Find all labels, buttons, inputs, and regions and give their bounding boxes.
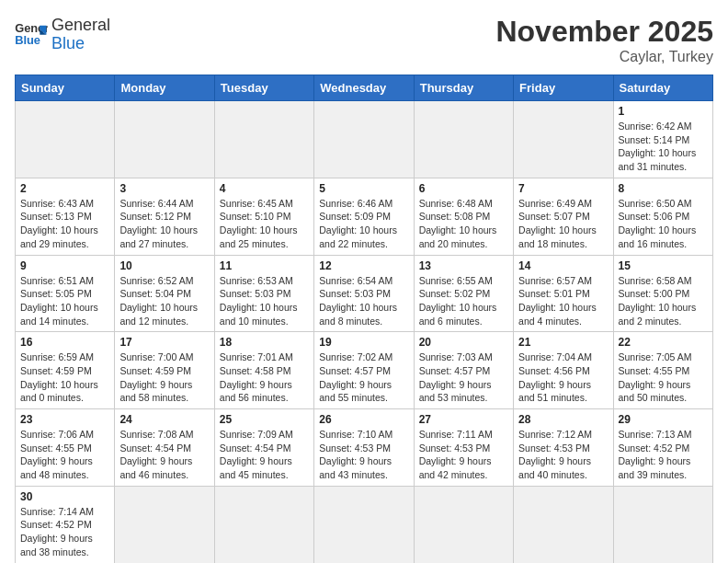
day-info: Sunrise: 7:13 AM Sunset: 4:52 PM Dayligh… — [619, 428, 708, 482]
day-info: Sunrise: 7:10 AM Sunset: 4:53 PM Dayligh… — [319, 428, 408, 482]
table-row — [115, 486, 214, 563]
day-number: 14 — [518, 259, 608, 272]
table-row: 3Sunrise: 6:44 AM Sunset: 5:12 PM Daylig… — [115, 178, 214, 255]
day-info: Sunrise: 7:04 AM Sunset: 4:56 PM Dayligh… — [518, 350, 608, 405]
header-thursday: Thursday — [414, 75, 513, 101]
day-number: 16 — [20, 336, 109, 349]
table-row — [514, 486, 613, 563]
calendar-row: 16Sunrise: 6:59 AM Sunset: 4:59 PM Dayli… — [16, 332, 713, 409]
day-number: 6 — [419, 182, 508, 195]
day-info: Sunrise: 7:03 AM Sunset: 4:57 PM Dayligh… — [419, 350, 508, 405]
table-row: 7Sunrise: 6:49 AM Sunset: 5:07 PM Daylig… — [514, 178, 613, 255]
day-info: Sunrise: 7:05 AM Sunset: 4:55 PM Dayligh… — [619, 350, 708, 405]
day-info: Sunrise: 7:08 AM Sunset: 4:54 PM Dayligh… — [119, 428, 209, 482]
table-row: 23Sunrise: 7:06 AM Sunset: 4:55 PM Dayli… — [16, 409, 115, 487]
header: General Blue General Blue November 2025 … — [15, 15, 713, 65]
day-number: 2 — [20, 182, 109, 195]
table-row: 6Sunrise: 6:48 AM Sunset: 5:08 PM Daylig… — [414, 178, 513, 255]
calendar-row: 30Sunrise: 7:14 AM Sunset: 4:52 PM Dayli… — [16, 486, 713, 563]
day-info: Sunrise: 6:43 AM Sunset: 5:13 PM Dayligh… — [20, 197, 109, 251]
day-info: Sunrise: 7:14 AM Sunset: 4:52 PM Dayligh… — [20, 505, 109, 559]
table-row: 2Sunrise: 6:43 AM Sunset: 5:13 PM Daylig… — [16, 178, 115, 255]
table-row — [214, 486, 313, 563]
day-info: Sunrise: 6:59 AM Sunset: 4:59 PM Dayligh… — [20, 350, 109, 405]
table-row — [314, 101, 414, 178]
table-row: 15Sunrise: 6:58 AM Sunset: 5:00 PM Dayli… — [613, 255, 712, 332]
day-info: Sunrise: 7:11 AM Sunset: 4:53 PM Dayligh… — [419, 428, 508, 482]
day-info: Sunrise: 6:45 AM Sunset: 5:10 PM Dayligh… — [220, 197, 309, 251]
day-number: 26 — [319, 413, 408, 426]
day-number: 3 — [119, 182, 209, 195]
day-number: 7 — [518, 182, 608, 195]
header-sunday: Sunday — [16, 75, 115, 101]
logo-text-general: General — [51, 17, 110, 35]
table-row: 9Sunrise: 6:51 AM Sunset: 5:05 PM Daylig… — [16, 255, 115, 332]
location-subtitle: Caylar, Turkey — [495, 49, 713, 65]
table-row: 14Sunrise: 6:57 AM Sunset: 5:01 PM Dayli… — [514, 255, 613, 332]
title-area: November 2025 Caylar, Turkey — [495, 15, 713, 65]
table-row: 5Sunrise: 6:46 AM Sunset: 5:09 PM Daylig… — [314, 178, 414, 255]
day-info: Sunrise: 6:42 AM Sunset: 5:14 PM Dayligh… — [619, 120, 708, 174]
day-info: Sunrise: 7:00 AM Sunset: 4:59 PM Dayligh… — [119, 350, 209, 405]
day-info: Sunrise: 6:50 AM Sunset: 5:06 PM Dayligh… — [619, 197, 708, 251]
svg-text:Blue: Blue — [15, 33, 40, 47]
day-number: 15 — [619, 259, 708, 272]
weekday-header-row: Sunday Monday Tuesday Wednesday Thursday… — [16, 75, 713, 101]
table-row: 30Sunrise: 7:14 AM Sunset: 4:52 PM Dayli… — [16, 486, 115, 563]
day-info: Sunrise: 6:54 AM Sunset: 5:03 PM Dayligh… — [319, 274, 408, 328]
day-number: 21 — [518, 336, 608, 349]
day-number: 17 — [119, 336, 209, 349]
day-number: 11 — [220, 259, 309, 272]
day-info: Sunrise: 7:09 AM Sunset: 4:54 PM Dayligh… — [220, 428, 309, 482]
table-row: 28Sunrise: 7:12 AM Sunset: 4:53 PM Dayli… — [514, 409, 613, 487]
day-number: 12 — [319, 259, 408, 272]
header-wednesday: Wednesday — [314, 75, 414, 101]
day-number: 13 — [419, 259, 508, 272]
table-row: 24Sunrise: 7:08 AM Sunset: 4:54 PM Dayli… — [115, 409, 214, 487]
day-number: 23 — [20, 413, 109, 426]
table-row: 19Sunrise: 7:02 AM Sunset: 4:57 PM Dayli… — [314, 332, 414, 409]
day-info: Sunrise: 7:06 AM Sunset: 4:55 PM Dayligh… — [20, 428, 109, 482]
table-row: 22Sunrise: 7:05 AM Sunset: 4:55 PM Dayli… — [613, 332, 712, 409]
day-info: Sunrise: 6:52 AM Sunset: 5:04 PM Dayligh… — [119, 274, 209, 328]
table-row: 26Sunrise: 7:10 AM Sunset: 4:53 PM Dayli… — [314, 409, 414, 487]
table-row: 10Sunrise: 6:52 AM Sunset: 5:04 PM Dayli… — [115, 255, 214, 332]
day-number: 22 — [619, 336, 708, 349]
table-row: 29Sunrise: 7:13 AM Sunset: 4:52 PM Dayli… — [613, 409, 712, 487]
table-row — [414, 101, 513, 178]
table-row — [314, 486, 414, 563]
day-number: 27 — [419, 413, 508, 426]
day-info: Sunrise: 6:46 AM Sunset: 5:09 PM Dayligh… — [319, 197, 408, 251]
header-saturday: Saturday — [613, 75, 712, 101]
day-number: 19 — [319, 336, 408, 349]
day-info: Sunrise: 6:49 AM Sunset: 5:07 PM Dayligh… — [518, 197, 608, 251]
day-number: 1 — [619, 105, 708, 118]
day-number: 25 — [220, 413, 309, 426]
calendar-row: 23Sunrise: 7:06 AM Sunset: 4:55 PM Dayli… — [16, 409, 713, 487]
header-monday: Monday — [115, 75, 214, 101]
day-number: 9 — [20, 259, 109, 272]
day-info: Sunrise: 7:12 AM Sunset: 4:53 PM Dayligh… — [518, 428, 608, 482]
calendar-row: 2Sunrise: 6:43 AM Sunset: 5:13 PM Daylig… — [16, 178, 713, 255]
table-row: 1Sunrise: 6:42 AM Sunset: 5:14 PM Daylig… — [613, 101, 712, 178]
logo-icon: General Blue — [15, 20, 48, 48]
day-info: Sunrise: 6:53 AM Sunset: 5:03 PM Dayligh… — [220, 274, 309, 328]
logo-text-blue: Blue — [51, 35, 110, 53]
day-info: Sunrise: 6:51 AM Sunset: 5:05 PM Dayligh… — [20, 274, 109, 328]
calendar: Sunday Monday Tuesday Wednesday Thursday… — [15, 75, 713, 563]
table-row: 20Sunrise: 7:03 AM Sunset: 4:57 PM Dayli… — [414, 332, 513, 409]
table-row: 27Sunrise: 7:11 AM Sunset: 4:53 PM Dayli… — [414, 409, 513, 487]
calendar-row: 9Sunrise: 6:51 AM Sunset: 5:05 PM Daylig… — [16, 255, 713, 332]
day-number: 20 — [419, 336, 508, 349]
table-row: 8Sunrise: 6:50 AM Sunset: 5:06 PM Daylig… — [613, 178, 712, 255]
day-number: 18 — [220, 336, 309, 349]
table-row: 11Sunrise: 6:53 AM Sunset: 5:03 PM Dayli… — [214, 255, 313, 332]
table-row — [115, 101, 214, 178]
table-row: 17Sunrise: 7:00 AM Sunset: 4:59 PM Dayli… — [115, 332, 214, 409]
table-row — [16, 101, 115, 178]
day-number: 5 — [319, 182, 408, 195]
table-row: 16Sunrise: 6:59 AM Sunset: 4:59 PM Dayli… — [16, 332, 115, 409]
day-info: Sunrise: 6:48 AM Sunset: 5:08 PM Dayligh… — [419, 197, 508, 251]
day-info: Sunrise: 7:01 AM Sunset: 4:58 PM Dayligh… — [220, 350, 309, 405]
day-info: Sunrise: 6:58 AM Sunset: 5:00 PM Dayligh… — [619, 274, 708, 328]
